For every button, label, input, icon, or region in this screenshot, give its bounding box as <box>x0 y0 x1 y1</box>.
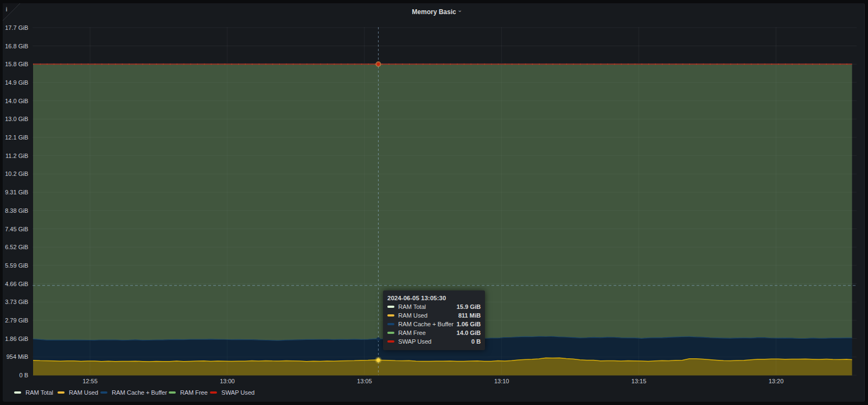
svg-text:16.8 GiB: 16.8 GiB <box>5 43 28 49</box>
svg-text:13.0 GiB: 13.0 GiB <box>5 116 28 122</box>
svg-text:954 MiB: 954 MiB <box>7 353 28 360</box>
svg-text:13:15: 13:15 <box>631 378 647 384</box>
svg-text:0 B: 0 B <box>19 372 28 378</box>
svg-text:15.8 GiB: 15.8 GiB <box>5 61 28 67</box>
svg-text:13:20: 13:20 <box>769 378 784 384</box>
svg-text:11.2 GiB: 11.2 GiB <box>5 153 28 159</box>
svg-text:3.73 GiB: 3.73 GiB <box>5 299 28 305</box>
svg-text:6.52 GiB: 6.52 GiB <box>5 244 28 250</box>
svg-text:8.38 GiB: 8.38 GiB <box>5 207 28 214</box>
svg-text:13:05: 13:05 <box>357 378 372 384</box>
svg-text:13:10: 13:10 <box>494 378 509 384</box>
svg-text:1.86 GiB: 1.86 GiB <box>5 336 28 342</box>
svg-text:5.59 GiB: 5.59 GiB <box>5 262 28 269</box>
svg-text:14.9 GiB: 14.9 GiB <box>5 79 28 86</box>
svg-text:10.2 GiB: 10.2 GiB <box>5 170 28 177</box>
svg-text:9.31 GiB: 9.31 GiB <box>5 189 28 195</box>
svg-text:7.45 GiB: 7.45 GiB <box>5 226 28 232</box>
svg-text:12:55: 12:55 <box>82 378 98 384</box>
svg-text:14.0 GiB: 14.0 GiB <box>5 98 28 104</box>
svg-text:4.66 GiB: 4.66 GiB <box>5 281 28 287</box>
svg-text:2.79 GiB: 2.79 GiB <box>5 317 28 324</box>
svg-text:13:00: 13:00 <box>220 378 235 384</box>
svg-text:12.1 GiB: 12.1 GiB <box>5 134 28 141</box>
svg-text:i: i <box>6 6 8 12</box>
